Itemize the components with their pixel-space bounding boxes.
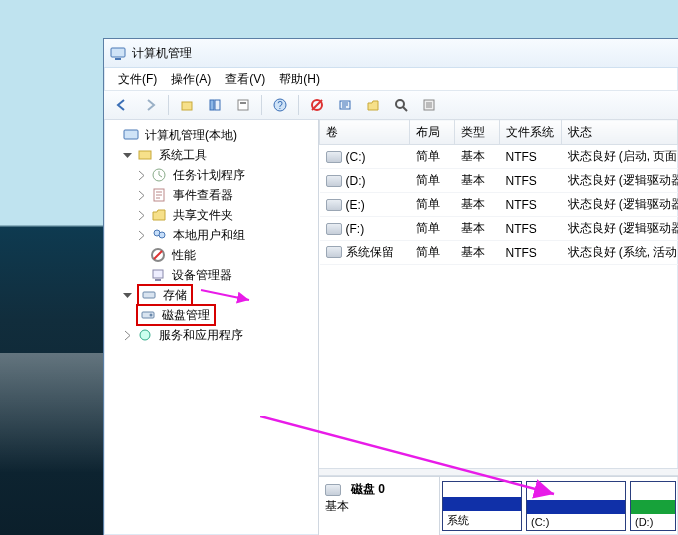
find-button[interactable] [389,93,413,117]
toolbar-sep [168,95,169,115]
tree-local-users-label: 本地用户和组 [171,227,247,244]
col-layout[interactable]: 布局 [410,120,455,145]
menu-action[interactable]: 操作(A) [165,69,217,90]
tree-task-scheduler[interactable]: 任务计划程序 [108,165,314,185]
svg-rect-4 [215,100,220,110]
expander-expand-icon[interactable] [136,210,147,221]
svg-rect-5 [238,100,248,110]
tree-storage[interactable]: 存储 [108,285,314,305]
tree-disk-management-label: 磁盘管理 [160,307,212,324]
disk-icon [140,307,156,323]
diskmgmt-highlight: 磁盘管理 [136,304,216,326]
device-icon [150,267,166,283]
svg-rect-25 [155,279,161,281]
svg-text:?: ? [277,100,283,111]
svg-line-27 [201,290,249,300]
toolbar-sep-2 [261,95,262,115]
shared-folder-icon [151,207,167,223]
list-spacer [319,265,678,468]
app-icon [110,45,126,61]
toolbar-sep-3 [298,95,299,115]
expander-expand-icon[interactable] [136,230,147,241]
svg-rect-1 [115,58,121,60]
tree-services-apps-label: 服务和应用程序 [157,327,245,344]
drive-icon [326,151,342,163]
svg-point-30 [140,330,150,340]
svg-rect-6 [240,102,246,104]
up-button[interactable] [175,93,199,117]
storage-highlight: 存储 [137,284,193,306]
disk-header[interactable]: 磁盘 0 基本 [319,477,440,535]
help-button[interactable]: ? [268,93,292,117]
svg-rect-3 [210,100,214,110]
volume-list[interactable]: 卷 布局 类型 文件系统 状态 (C:)简单基本NTFS状态良好 (启动, 页面… [319,119,678,265]
computer-management-window: 计算机管理 文件(F) 操作(A) 查看(V) 帮助(H) ? 计算机管理(本地… [103,38,678,535]
svg-point-12 [396,100,404,108]
annotation-arrow-short-icon [199,286,255,304]
drive-icon [326,223,342,235]
toolbar: ? [104,91,678,120]
event-icon [151,187,167,203]
content-area: 计算机管理(本地) 系统工具 任务计划程序 事件查看器 共享文件夹 [104,119,678,535]
open-button[interactable] [361,93,385,117]
volume-row[interactable]: (C:)简单基本NTFS状态良好 (启动, 页面 [320,145,678,169]
tree-device-manager[interactable]: 设备管理器 [108,265,314,285]
menu-help[interactable]: 帮助(H) [273,69,326,90]
col-volume[interactable]: 卷 [320,120,410,145]
horizontal-splitter[interactable] [319,468,678,476]
menubar: 文件(F) 操作(A) 查看(V) 帮助(H) [104,68,678,91]
col-filesystem[interactable]: 文件系统 [500,120,562,145]
tools-icon [137,147,153,163]
volume-row[interactable]: (F:)简单基本NTFS状态良好 (逻辑驱动器 [320,217,678,241]
col-status[interactable]: 状态 [562,120,678,145]
refresh-button[interactable] [333,93,357,117]
svg-line-23 [154,251,162,259]
expander-icon[interactable] [108,130,119,141]
tree-device-manager-label: 设备管理器 [170,267,234,284]
drive-icon [326,199,342,211]
expander-collapse-icon[interactable] [122,150,133,161]
tree-disk-management[interactable]: 磁盘管理 [108,305,314,325]
disk-label: 磁盘 0 [351,481,385,498]
computer-icon [123,127,139,143]
drive-icon [325,484,341,496]
menu-file[interactable]: 文件(F) [112,69,163,90]
forward-button[interactable] [138,93,162,117]
svg-point-21 [159,232,165,238]
tree-local-users[interactable]: 本地用户和组 [108,225,314,245]
tree-services-apps[interactable]: 服务和应用程序 [108,325,314,345]
settings-button[interactable] [417,93,441,117]
show-hide-tree-button[interactable] [203,93,227,117]
tree-shared-folders-label: 共享文件夹 [171,207,235,224]
volume-row[interactable]: 系统保留简单基本NTFS状态良好 (系统, 活动 [320,241,678,265]
expander-expand-icon[interactable] [136,190,147,201]
menu-view[interactable]: 查看(V) [219,69,271,90]
tree-shared-folders[interactable]: 共享文件夹 [108,205,314,225]
tree-system-tools-label: 系统工具 [157,147,209,164]
partition[interactable]: (D:) [630,481,676,531]
window-title: 计算机管理 [132,45,192,62]
performance-icon [150,247,166,263]
expander-collapse-icon[interactable] [122,290,133,301]
expander-expand-icon[interactable] [122,330,133,341]
properties-button[interactable] [231,93,255,117]
nav-tree[interactable]: 计算机管理(本地) 系统工具 任务计划程序 事件查看器 共享文件夹 [104,119,319,535]
volume-row[interactable]: (E:)简单基本NTFS状态良好 (逻辑驱动器 [320,193,678,217]
drive-icon [326,246,342,258]
partition[interactable]: (C:) [526,481,626,531]
expander-expand-icon[interactable] [136,170,147,181]
partition-strip: 系统(C:)(D:) [440,477,678,535]
tree-system-tools[interactable]: 系统工具 [108,145,314,165]
back-button[interactable] [110,93,134,117]
titlebar[interactable]: 计算机管理 [104,39,678,68]
volume-row[interactable]: (D:)简单基本NTFS状态良好 (逻辑驱动器 [320,169,678,193]
tree-event-viewer[interactable]: 事件查看器 [108,185,314,205]
tree-event-viewer-label: 事件查看器 [171,187,235,204]
tree-performance[interactable]: 性能 [108,245,314,265]
action-button[interactable] [305,93,329,117]
tree-storage-label: 存储 [161,287,189,304]
partition[interactable]: 系统 [442,481,522,531]
tree-root[interactable]: 计算机管理(本地) [108,125,314,145]
disk-map: 磁盘 0 基本 系统(C:)(D:) [319,476,678,535]
col-type[interactable]: 类型 [455,120,500,145]
